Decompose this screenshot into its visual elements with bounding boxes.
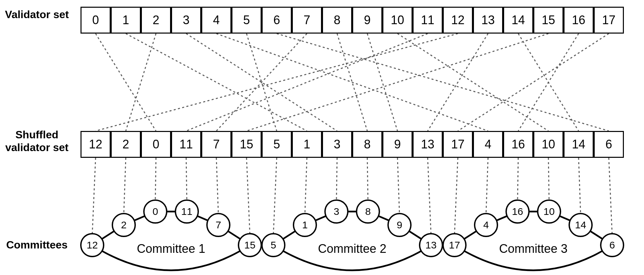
shuffle-connector: [96, 34, 458, 131]
committee-node: 11: [175, 199, 199, 224]
committee-connector: [518, 158, 518, 201]
validator-cell: 0: [80, 7, 111, 34]
shuffled-cell: 1: [292, 131, 322, 158]
committee-connector: [397, 158, 399, 214]
shuffle-connector: [216, 34, 488, 131]
committee-connector: [486, 158, 488, 214]
validator-cell: 6: [262, 7, 292, 34]
committee-node: 5: [261, 233, 285, 257]
validator-cell: 3: [171, 7, 201, 34]
shuffle-connector: [277, 34, 609, 131]
committee-connector: [609, 158, 612, 234]
shuffle-connector: [96, 34, 156, 131]
shuffle-connector: [247, 34, 548, 131]
shuffle-connector: [186, 34, 337, 131]
validator-cell: 9: [352, 7, 382, 34]
shuffle-connector: [186, 34, 428, 131]
shuffled-cell: 16: [503, 131, 533, 158]
shuffled-cell: 0: [141, 131, 171, 158]
shuffled-cell: 13: [413, 131, 443, 158]
validator-cell: 13: [473, 7, 503, 34]
shuffle-connector: [458, 34, 609, 131]
committee-node: 3: [324, 199, 348, 224]
shuffled-cell: 17: [443, 131, 473, 158]
committee-name: Committee 3: [493, 242, 574, 256]
committee-node: 8: [356, 199, 380, 224]
shuffled-cell: 3: [322, 131, 352, 158]
committees-label: Committees: [0, 238, 74, 251]
committee-node: 1: [293, 213, 317, 237]
committee-connector: [247, 158, 250, 234]
shuffled-cell: 15: [231, 131, 262, 158]
committee-node: 0: [143, 199, 167, 224]
shuffle-connector: [126, 34, 156, 131]
shuffled-set-label: Shuffled validator set: [0, 128, 74, 154]
committee-node: 14: [569, 213, 593, 237]
validator-cell: 10: [382, 7, 413, 34]
committee-name: Committee 1: [131, 242, 211, 256]
shuffled-cell: 6: [594, 131, 624, 158]
committee-connector: [305, 158, 307, 214]
shuffled-cell: 8: [352, 131, 382, 158]
committee-connector: [155, 158, 156, 201]
shuffled-cell: 11: [171, 131, 201, 158]
shuffled-cell: 7: [201, 131, 231, 158]
committee-connector: [454, 158, 458, 234]
shuffled-cell: 9: [382, 131, 413, 158]
shuffled-cell: 10: [533, 131, 564, 158]
validator-cell: 12: [443, 7, 473, 34]
committee-node: 9: [387, 213, 412, 237]
committee-connector: [124, 158, 126, 214]
shuffled-cell: 12: [80, 131, 111, 158]
committee-connector: [336, 158, 337, 201]
validator-cell: 1: [111, 7, 141, 34]
committee-node: 15: [238, 233, 262, 257]
validator-cell: 8: [322, 7, 352, 34]
committee-node: 16: [505, 199, 530, 224]
committee-connector: [579, 158, 581, 214]
shuffle-connector: [428, 34, 488, 131]
validator-cell: 2: [141, 7, 171, 34]
shuffle-connector: [397, 34, 548, 131]
shuffle-connector: [518, 34, 579, 131]
shuffle-connector: [337, 34, 367, 131]
validator-cell: 11: [413, 7, 443, 34]
shuffled-cell: 14: [564, 131, 594, 158]
committee-name: Committee 2: [312, 242, 392, 256]
validator-cell: 16: [564, 7, 594, 34]
committee-node: 4: [474, 213, 498, 237]
shuffle-connector: [247, 34, 277, 131]
committee-node: 17: [442, 233, 467, 257]
committee-node: 2: [112, 213, 136, 237]
shuffle-connector: [216, 34, 307, 131]
committee-node: 7: [206, 213, 230, 237]
shuffle-connector: [518, 34, 579, 131]
validator-cell: 17: [594, 7, 624, 34]
committee-connector: [186, 158, 187, 201]
committee-connector: [428, 158, 431, 234]
committee-node: 10: [537, 199, 561, 224]
committee-connector: [367, 158, 368, 201]
validator-cell: 7: [292, 7, 322, 34]
committee-node: 13: [419, 233, 443, 257]
validator-cell: 5: [231, 7, 262, 34]
validator-set-label: Validator set: [0, 8, 74, 21]
shuffled-cell: 2: [111, 131, 141, 158]
diagram-container: Validator setShuffled validator setCommi…: [0, 0, 644, 275]
committee-connector: [92, 158, 96, 234]
committee-connector: [548, 158, 549, 201]
validator-cell: 4: [201, 7, 231, 34]
shuffle-connector: [126, 34, 307, 131]
committee-node: 6: [600, 233, 624, 257]
committee-connector: [273, 158, 277, 234]
committee-connector: [216, 158, 218, 214]
committee-node: 12: [80, 233, 104, 257]
validator-cell: 15: [533, 7, 564, 34]
shuffled-cell: 4: [473, 131, 503, 158]
validator-cell: 14: [503, 7, 533, 34]
shuffled-cell: 5: [262, 131, 292, 158]
shuffle-connector: [367, 34, 397, 131]
